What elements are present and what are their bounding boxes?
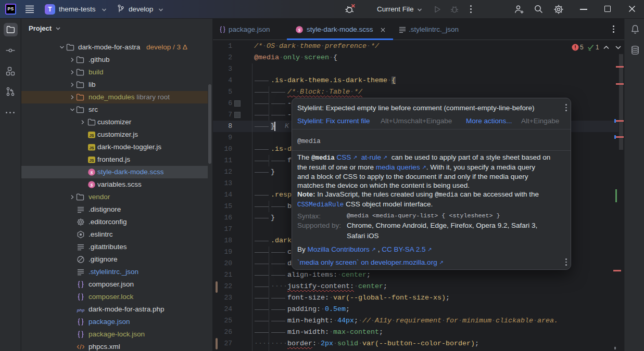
- svg-text:s: s: [90, 168, 93, 176]
- svg-text:s: s: [298, 26, 301, 33]
- svg-text:JS: JS: [89, 146, 94, 150]
- svg-text:php: php: [77, 308, 84, 313]
- svg-text:s: s: [90, 181, 93, 188]
- svg-text:JS: JS: [89, 133, 94, 138]
- svg-text:JS: JS: [89, 158, 94, 163]
